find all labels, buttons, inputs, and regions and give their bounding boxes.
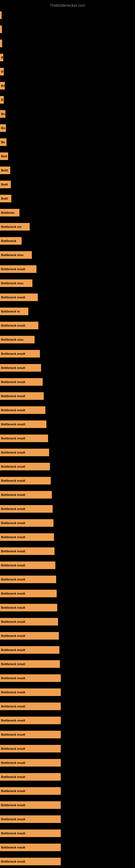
bar: Bottleneck result xyxy=(0,688,61,696)
bar-label: Bo xyxy=(1,126,5,130)
bar-label: Bottleneck resu xyxy=(1,282,24,285)
bar-row: Bottleneck result xyxy=(0,671,135,685)
bar-label: Bottleneck result xyxy=(1,550,25,553)
bar: Bottlenec xyxy=(0,209,19,216)
bar: Bottleneck result xyxy=(0,604,57,611)
bar-row: Bottleneck result xyxy=(0,544,135,558)
bar-label: Bottl xyxy=(1,197,8,200)
bar-row: Bottleneck result xyxy=(0,572,135,586)
bar-label: Bottleneck result xyxy=(1,648,25,652)
bar-row: Bottleneck result xyxy=(0,558,135,572)
bar-row: Bottleneck result xyxy=(0,318,135,333)
bar: Bottleneck result xyxy=(0,745,61,752)
bar-row: Bottleneck result xyxy=(0,403,135,417)
bar-row: Bottleneck result xyxy=(0,657,135,671)
bar: Bottleneck result xyxy=(0,717,61,724)
bar: B xyxy=(0,68,4,75)
bar: Bottleneck result xyxy=(0,364,41,372)
bar: Bottleneck re xyxy=(0,308,28,315)
bar: Bottleneck resu xyxy=(0,279,32,287)
bar: Bottleneck result xyxy=(0,660,60,668)
bar-row: Bottleneck result xyxy=(0,530,135,544)
bar-row: Bottleneck resu xyxy=(0,276,135,290)
bar-label: Bottl xyxy=(1,169,8,172)
bar-row: Bottleneck result xyxy=(0,586,135,600)
bar-label: Bottleneck result xyxy=(1,507,25,510)
bar-label: Bott xyxy=(1,155,7,158)
bar: Bottleneck result xyxy=(0,844,61,851)
bar-label: Bottleneck result xyxy=(1,691,25,694)
bar-label: Bottleneck result xyxy=(1,268,25,271)
bar-label: Bottleneck result xyxy=(1,606,25,609)
bar-row: Bottleneck result xyxy=(0,770,135,784)
bar-label: Bottleneck result xyxy=(1,578,25,581)
bar: Bottleneck result xyxy=(0,406,45,414)
bar-row: Bottl xyxy=(0,163,135,177)
bar-row: Bottleneck result xyxy=(0,347,135,361)
bar-label: Bottleneck result xyxy=(1,535,25,539)
bar-row: Bott xyxy=(0,149,135,163)
bar: Bottleneck result xyxy=(0,815,61,823)
bar-label: Bottleneck re xyxy=(1,310,20,313)
bar: Bottl xyxy=(0,181,11,188)
bar: Bottl xyxy=(0,195,11,203)
bar-row xyxy=(0,8,135,22)
bar-label: Bottleneck result xyxy=(1,775,25,778)
bar: Bottleneck result xyxy=(0,448,49,456)
bar: Bo xyxy=(0,110,5,118)
bar-label: Bottleneck result xyxy=(1,662,25,665)
bar: Bottleneck result xyxy=(0,703,61,710)
bar-row: Bottleneck resu xyxy=(0,248,135,262)
bar-label: B xyxy=(1,70,3,73)
bar: Bottleneck result xyxy=(0,801,61,809)
bar-row: B xyxy=(0,51,135,65)
bar-row: Bottleneck result xyxy=(0,756,135,770)
bars-container: BBBoBBoBoBoBottBottlBottlBottlBottlenecB… xyxy=(0,8,135,868)
bar-row: Bottleneck re xyxy=(0,304,135,318)
bar-row: Bottleneck xyxy=(0,234,135,248)
bar: Bo xyxy=(0,124,6,132)
bar-row: Bottleneck res xyxy=(0,220,135,234)
bar-row: Bottleneck result xyxy=(0,417,135,431)
bar: Bottleneck result xyxy=(0,378,43,386)
bar: Bottleneck result xyxy=(0,632,59,640)
bar: B xyxy=(0,54,3,61)
bar-row: Bottleneck result xyxy=(0,742,135,756)
bar-row: Bottleneck result xyxy=(0,375,135,389)
bar-row: Bottleneck result xyxy=(0,262,135,276)
bar: Bottleneck result xyxy=(0,618,58,625)
bar-label: Bottleneck result xyxy=(1,408,25,412)
bar-label: Bottleneck result xyxy=(1,564,25,567)
bar-label: Bottleneck result xyxy=(1,423,25,426)
bar-label: Bottleneck result xyxy=(1,592,25,595)
bar-label: Bottleneck res xyxy=(1,225,21,228)
bar-label: Bottleneck result xyxy=(1,803,25,807)
bar-label: Bo xyxy=(1,84,5,87)
bar: Bottleneck result xyxy=(0,293,38,301)
bar-label: Bo xyxy=(1,112,5,116)
bar-row: Bottleneck result xyxy=(0,460,135,474)
bar: Bottleneck result xyxy=(0,519,53,527)
bar: Bottleneck result xyxy=(0,435,48,442)
bar-label: Bottleneck result xyxy=(1,705,25,708)
bar: Bottl xyxy=(0,166,10,174)
bar-label: Bottleneck result xyxy=(1,521,25,525)
bar-row: Bottleneck result xyxy=(0,727,135,742)
bar-row xyxy=(0,36,135,51)
bar-row: Bottleneck result xyxy=(0,389,135,403)
bar-row: Bottleneck result xyxy=(0,488,135,502)
bar: Bottleneck result xyxy=(0,590,57,597)
bar-label: Bottleneck result xyxy=(1,620,25,623)
bar-label: Bottleneck result xyxy=(1,366,25,369)
bar-label: B xyxy=(1,98,3,101)
bar-row: Bottleneck result xyxy=(0,615,135,629)
bar-row: Bottleneck result xyxy=(0,290,135,304)
bar-label: B xyxy=(1,56,3,59)
bar: Bottleneck result xyxy=(0,547,54,555)
bar: Bottleneck result xyxy=(0,858,61,865)
bar: Bottleneck result xyxy=(0,505,53,513)
bar-row: Bottleneck result xyxy=(0,784,135,798)
bar-label: Bo xyxy=(1,141,5,144)
bar-row: Bo xyxy=(0,79,135,93)
bar-label: Bottleneck result xyxy=(1,479,25,482)
